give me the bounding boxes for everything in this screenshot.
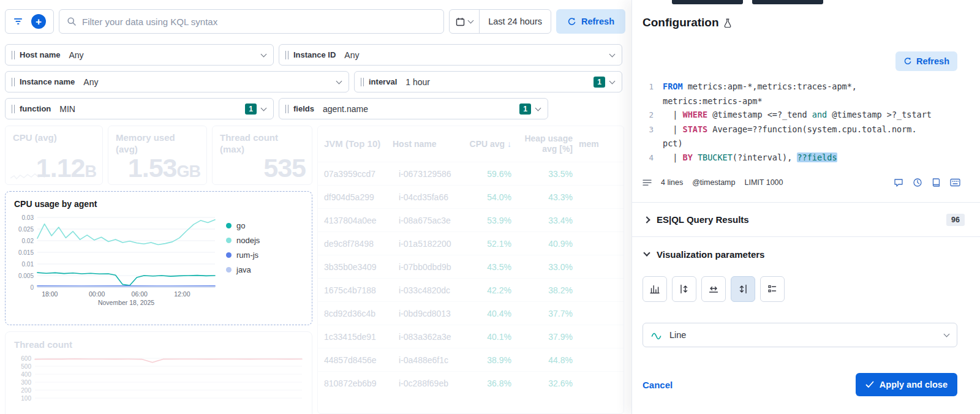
cpu-avg: 52.1%: [461, 239, 518, 249]
chevron-down-icon: [535, 105, 541, 111]
metric-title: Thread count (max): [220, 132, 304, 156]
heap-usage: 38.2%: [518, 285, 579, 295]
cancel-button[interactable]: Cancel: [643, 380, 673, 390]
esql-results-toggle[interactable]: ES|QL Query Results 96: [632, 202, 980, 237]
limit-label: LIMIT 1000: [744, 178, 783, 187]
legend-item-java[interactable]: java: [226, 265, 260, 274]
left-axis-settings-button[interactable]: [672, 276, 696, 302]
line-count-label: 4 lines: [661, 178, 683, 187]
add-filter-button[interactable]: +: [31, 14, 46, 29]
control-value: Any: [341, 50, 605, 60]
drag-handle-icon: [285, 105, 288, 113]
calendar-menu-button[interactable]: [450, 10, 480, 33]
breakdown-settings-button[interactable]: [643, 276, 667, 302]
filter-icon: [13, 17, 24, 26]
svg-text:0.025: 0.025: [18, 226, 34, 233]
legend-label: nodejs: [236, 236, 260, 245]
cpu-avg: 43.5%: [461, 262, 518, 272]
browser-artifact-bar: [752, 0, 823, 4]
control-instance-name[interactable]: Instance name Any: [5, 71, 349, 92]
panel-title: Thread count: [14, 339, 303, 350]
svg-text:200: 200: [21, 387, 31, 394]
esql-editor[interactable]: 1FROM metrics:apm-*,metrics:traces-apm*,…: [643, 80, 957, 165]
column-header-heap[interactable]: Heap usage avg [%]: [518, 134, 579, 155]
control-function[interactable]: function MIN 1: [5, 98, 274, 119]
control-host-name[interactable]: Host name Any: [5, 44, 274, 66]
control-label: fields: [293, 104, 314, 113]
jvm-id: 07a3959ccd7: [318, 169, 393, 179]
count-badge: 1: [594, 77, 605, 88]
legend-item-nodejs[interactable]: nodejs: [226, 236, 260, 245]
svg-text:0.015: 0.015: [18, 249, 34, 256]
svg-text:0.01: 0.01: [22, 261, 34, 268]
metric-title: Memory used (avg): [116, 132, 199, 156]
host-name: i-0673129586: [393, 169, 461, 179]
count-badge: 1: [519, 104, 531, 115]
column-header-mem[interactable]: mem: [579, 139, 624, 149]
cpu-avg: 38.9%: [461, 355, 518, 365]
shortcuts-icon[interactable]: [950, 178, 960, 187]
metric-value: 535: [263, 153, 306, 183]
svg-text:500: 500: [21, 363, 31, 370]
table-row: df904d5a299i-04cd35fa6654.0%43.3%: [318, 185, 624, 208]
apply-and-close-button[interactable]: Apply and close: [856, 373, 957, 396]
cpu-avg: 59.6%: [461, 169, 518, 179]
check-icon: [865, 381, 874, 388]
legend-label: rum-js: [236, 250, 258, 260]
legend-dot: [226, 252, 232, 258]
feedback-icon[interactable]: [894, 178, 903, 187]
svg-text:12:00: 12:00: [174, 290, 190, 298]
filter-button-group[interactable]: +: [5, 9, 54, 34]
host-name: i-01a5182200: [393, 239, 461, 249]
chart-type-select[interactable]: Line: [643, 323, 957, 347]
cpu-avg: 40.1%: [461, 332, 518, 342]
host-name: i-083a362a3e: [393, 332, 461, 342]
control-interval[interactable]: interval 1 hour 1: [354, 71, 622, 92]
axis-settings-buttons: [643, 276, 785, 302]
chevron-down-icon: [944, 331, 950, 337]
search-input[interactable]: [82, 17, 436, 27]
refresh-label: Refresh: [916, 56, 949, 66]
table-row: 44857d8456ei-0a488e6f1c38.9%44.8%: [318, 348, 624, 371]
jvm-id: df904d5a299: [318, 192, 393, 202]
time-range-button[interactable]: Last 24 hours: [480, 10, 551, 33]
flyout-refresh-button[interactable]: Refresh: [895, 51, 957, 71]
column-header-host[interactable]: Host name: [393, 139, 461, 149]
right-axis-settings-button[interactable]: [731, 276, 755, 302]
axis-bottom-icon: [708, 284, 719, 295]
drag-handle-icon: [12, 105, 15, 113]
history-icon[interactable]: [913, 178, 922, 187]
chevron-right-icon: [643, 216, 650, 223]
bottom-axis-settings-button[interactable]: [701, 276, 726, 302]
legend-settings-button[interactable]: [760, 276, 785, 302]
drag-handle-icon: [12, 51, 15, 59]
metric-value: 1.12B: [36, 153, 96, 183]
host-name: i-0bd9cd8013: [393, 309, 461, 318]
kql-search-box[interactable]: [59, 9, 444, 34]
cpu-chart-body: 0.030.0250.020.0150.010.005018:0000:0006…: [14, 213, 303, 310]
control-label: Instance ID: [293, 50, 336, 59]
timestamp-field-label: @timestamp: [692, 178, 735, 187]
legend-item-go[interactable]: go: [226, 221, 260, 230]
control-instance-id[interactable]: Instance ID Any: [279, 44, 622, 66]
tech-preview-icon: [723, 18, 732, 28]
axis-right-icon: [737, 284, 748, 295]
jvm-id: 8cd92d36c4b: [318, 309, 393, 318]
app-screen: + Last 24 hour: [0, 0, 980, 414]
refresh-button[interactable]: Refresh: [556, 9, 625, 34]
axis-left-icon: [679, 284, 690, 295]
jvm-id: 1c33415de91: [318, 332, 393, 342]
control-label: Host name: [20, 50, 60, 59]
table-row: 07a3959ccd7i-067312958659.6%33.5%: [318, 162, 624, 185]
visualization-parameters-toggle[interactable]: Visualization parameters: [632, 238, 980, 271]
legend-item-rum-js[interactable]: rum-js: [226, 250, 260, 260]
control-value: 1 hour: [402, 77, 589, 87]
control-value: MIN: [56, 104, 240, 114]
host-name: i-08a675ac3e: [393, 216, 461, 225]
table-row: 1675c4b7188i-033c4820dc42.2%38.2%: [318, 278, 624, 301]
visualization-parameters-label: Visualization parameters: [657, 249, 764, 260]
column-header-cpu[interactable]: CPU avg ↓: [461, 139, 518, 149]
reference-docs-icon[interactable]: [932, 178, 941, 187]
chevron-down-icon: [468, 18, 474, 24]
control-fields[interactable]: fields agent.name 1: [279, 98, 548, 119]
